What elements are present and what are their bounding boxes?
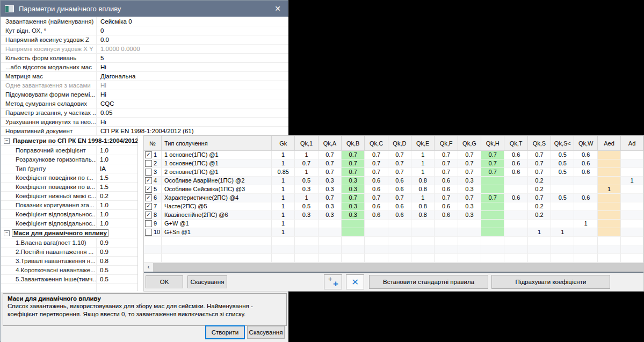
coefficient-cell[interactable]: 0.5: [551, 194, 574, 202]
coefficient-cell[interactable]: [481, 237, 504, 245]
property-row[interactable]: Одне завантаження з масамиНі: [1, 81, 288, 90]
coefficient-cell[interactable]: [551, 202, 574, 211]
coefficient-cell[interactable]: [458, 245, 481, 254]
row-number-cell[interactable]: [144, 237, 162, 245]
tree-row[interactable]: Коефіцієнт відповідальнос...1.0: [1, 219, 138, 228]
coefficient-cell[interactable]: 0.7: [435, 168, 458, 177]
coefficient-cell[interactable]: 0.7: [388, 159, 411, 168]
coefficient-cell[interactable]: [295, 228, 318, 237]
coefficient-cell[interactable]: [551, 254, 574, 263]
coefficient-cell[interactable]: 0.3: [342, 185, 365, 194]
coefficient-cell[interactable]: [621, 168, 643, 177]
coefficient-cell[interactable]: 0.3: [458, 202, 481, 211]
tree-value[interactable]: 0.5: [97, 266, 138, 274]
coefficient-cell[interactable]: 1: [295, 151, 318, 159]
coefficient-cell[interactable]: [574, 237, 597, 245]
coefficient-cell[interactable]: [504, 220, 527, 228]
property-value[interactable]: 1.0000 0.0000: [97, 45, 288, 53]
property-row[interactable]: Параметр згасання, у частках ...0.05: [1, 108, 288, 118]
coefficient-cell[interactable]: 0.7: [295, 159, 318, 168]
tree-value[interactable]: 0.9: [97, 248, 138, 256]
coefficient-cell[interactable]: 1: [272, 202, 295, 211]
coefficient-cell[interactable]: 1: [411, 168, 435, 177]
coefficient-cell[interactable]: [551, 220, 574, 228]
combination-name-cell[interactable]: [162, 254, 272, 263]
property-value[interactable]: 0: [97, 26, 288, 35]
coefficient-cell[interactable]: [319, 220, 342, 228]
coefficient-cell[interactable]: [598, 151, 621, 159]
coefficient-cell[interactable]: 0.5: [295, 202, 318, 211]
coefficient-cell[interactable]: 0.7: [528, 194, 551, 202]
coefficient-cell[interactable]: [574, 185, 597, 194]
coefficient-cell[interactable]: 0.7: [319, 151, 342, 159]
coefficient-cell[interactable]: [319, 228, 342, 237]
coefficient-cell[interactable]: [411, 254, 435, 263]
coefficient-cell[interactable]: 0.2: [528, 202, 551, 211]
coefficient-cell[interactable]: [504, 177, 527, 185]
coefficient-cell[interactable]: 0.7: [388, 168, 411, 177]
coefficient-cell[interactable]: 0.6: [574, 159, 597, 168]
property-row[interactable]: Завантаження (найменування)Сейсміка 0: [1, 17, 288, 26]
coefficient-cell[interactable]: [388, 245, 411, 254]
combination-name-cell[interactable]: Часте(2ПС) @5: [162, 202, 272, 211]
row-checkbox[interactable]: ✓: [145, 177, 152, 184]
coefficient-cell[interactable]: [621, 220, 643, 228]
coefficient-cell[interactable]: [388, 254, 411, 263]
coefficient-cell[interactable]: 0.3: [342, 211, 365, 220]
tree-value[interactable]: 0.8: [97, 257, 138, 265]
group-header[interactable]: −Параметри по СП РК EN 1998-1:2004/2012: [1, 136, 138, 146]
coefficient-cell[interactable]: [481, 177, 504, 185]
coefficient-cell[interactable]: 1: [272, 228, 295, 237]
table-row[interactable]: ✓11 основне(1ПС) @1110.70.70.70.710.70.7…: [144, 151, 643, 159]
coefficient-cell[interactable]: 0.6: [504, 151, 527, 159]
coefficient-cell[interactable]: 1: [551, 228, 574, 237]
coefficient-cell[interactable]: 0.7: [342, 194, 365, 202]
ok-button[interactable]: OK: [146, 275, 183, 288]
row-number-cell[interactable]: [144, 245, 162, 254]
coefficient-cell[interactable]: 0.7: [481, 159, 504, 168]
coefficient-cell[interactable]: 0.6: [574, 194, 597, 202]
coefficient-cell[interactable]: [411, 220, 435, 228]
coefficient-cell[interactable]: 0.7: [342, 151, 365, 159]
coefficient-cell[interactable]: 0.6: [504, 194, 527, 202]
property-value[interactable]: 0.05: [97, 108, 288, 117]
row-number-cell[interactable]: ✓6: [144, 194, 162, 202]
coefficient-cell[interactable]: 0.6: [388, 177, 411, 185]
coefficient-cell[interactable]: [504, 211, 527, 220]
table-row[interactable]: ✓8Квазіпостійне(2ПС) @610.30.30.30.60.60…: [144, 211, 643, 220]
row-checkbox[interactable]: [145, 169, 152, 176]
coefficient-cell[interactable]: [365, 237, 388, 245]
property-row[interactable]: Кут відн. ОХ, °0: [1, 26, 288, 35]
coefficient-cell[interactable]: [574, 202, 597, 211]
coefficient-cell[interactable]: 0.8: [411, 177, 435, 185]
coefficient-cell[interactable]: 0.6: [504, 159, 527, 168]
coefficient-cell[interactable]: 0.7: [481, 168, 504, 177]
coefficient-cell[interactable]: [551, 177, 574, 185]
tree-value[interactable]: 1.5: [97, 183, 138, 191]
tree-value[interactable]: 0.5: [97, 275, 138, 283]
coefficient-cell[interactable]: 0.3: [295, 211, 318, 220]
tree-value[interactable]: 0.2: [97, 192, 138, 200]
coefficient-cell[interactable]: 0.7: [365, 151, 388, 159]
table-row[interactable]: 21 основне(1ПС) @110.70.70.70.70.710.70.…: [144, 159, 643, 168]
coefficient-cell[interactable]: 0.6: [365, 202, 388, 211]
coefficient-cell[interactable]: [598, 194, 621, 202]
row-checkbox[interactable]: [145, 160, 152, 167]
coefficient-cell[interactable]: 1: [272, 159, 295, 168]
property-value[interactable]: Діагональна: [97, 72, 288, 81]
coefficient-cell[interactable]: 0.6: [435, 177, 458, 185]
row-number-cell[interactable]: 9: [144, 220, 162, 228]
coefficient-cell[interactable]: 0.7: [458, 194, 481, 202]
row-number-cell[interactable]: 2: [144, 159, 162, 168]
coefficient-cell[interactable]: 0.6: [388, 202, 411, 211]
combination-name-cell[interactable]: Особливе Аварійне(1ПС) @2: [162, 177, 272, 185]
coefficient-cell[interactable]: 1: [272, 220, 295, 228]
tree-row[interactable]: 3.Тривалі навантаження н...0.8: [1, 257, 138, 266]
coefficient-cell[interactable]: [621, 245, 643, 254]
tree-row[interactable]: Коефіцієнт поведінки по г...1.5: [1, 173, 138, 183]
cancel-button[interactable]: Скасування: [187, 275, 227, 288]
coefficient-cell[interactable]: 0.7: [528, 159, 551, 168]
coefficient-cell[interactable]: 0.8: [411, 202, 435, 211]
tree-value[interactable]: 1.0: [97, 210, 138, 219]
row-number-cell[interactable]: ✓4: [144, 177, 162, 185]
